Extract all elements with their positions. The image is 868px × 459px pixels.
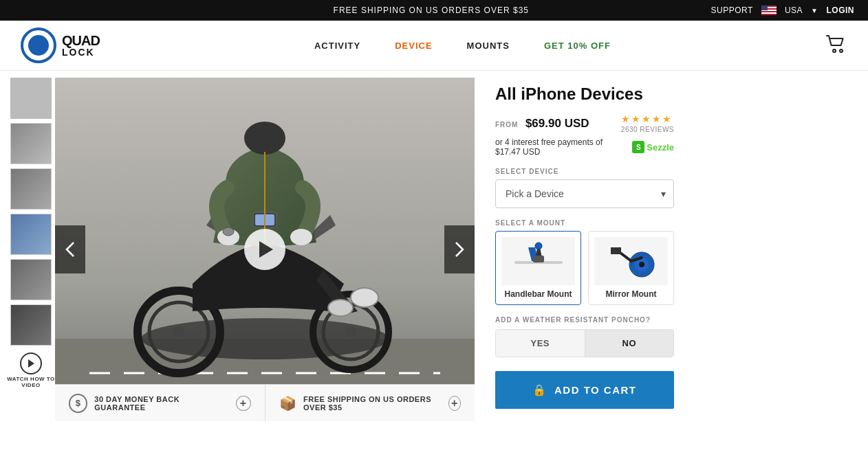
shipping-text: FREE SHIPPING ON US ORDERS OVER $35 xyxy=(303,395,442,412)
logo-lock: LOCK xyxy=(62,47,100,57)
svg-rect-3 xyxy=(761,11,777,12)
mount-card-mirror[interactable]: Mirror Mount xyxy=(588,231,674,305)
svg-point-20 xyxy=(328,300,353,316)
region-label[interactable]: USA xyxy=(785,5,803,15)
nav-mounts[interactable]: MOUNTS xyxy=(467,41,510,51)
main-nav: ACTIVITY DEVICE MOUNTS GET 10% OFF xyxy=(100,41,825,51)
select-mount-section: SELECT A MOUNT Handlebar Mount xyxy=(495,219,674,305)
nav-activity[interactable]: ACTIVITY xyxy=(314,41,360,51)
star-5: ★ xyxy=(662,113,671,124)
device-select-wrapper: Pick a Device ▾ xyxy=(495,179,674,208)
logo[interactable]: QUAD LOCK xyxy=(21,27,100,63)
shipping-expand-button[interactable]: + xyxy=(448,396,461,411)
shipping-box-icon: 📦 xyxy=(279,395,297,412)
payment-text: or 4 interest free payments of $17.47 US… xyxy=(495,137,625,157)
payment-row: or 4 interest free payments of $17.47 US… xyxy=(495,137,674,157)
shipping-section: 📦 FREE SHIPPING ON US ORDERS OVER $35 + xyxy=(265,385,475,421)
svg-point-15 xyxy=(345,326,356,337)
thumbnail-5[interactable] xyxy=(10,304,52,346)
svg-point-27 xyxy=(223,227,234,236)
guarantee-expand-button[interactable]: + xyxy=(236,396,250,411)
from-label: FROM xyxy=(495,121,518,128)
handlebar-mount-svg xyxy=(511,240,566,282)
handlebar-mount-image xyxy=(501,237,575,285)
svg-point-29 xyxy=(535,243,542,249)
sezzle-icon: S xyxy=(632,141,644,153)
poncho-yes-button[interactable]: YES xyxy=(496,330,585,357)
thumbnail-4[interactable] xyxy=(10,259,52,300)
logo-circle xyxy=(21,27,56,63)
thumbnails-panel: WATCH HOW TO VIDEO xyxy=(0,78,55,421)
flag-icon xyxy=(761,5,777,15)
price-row: FROM $69.90 USD ★ ★ ★ ★ ★ 2630 REVIEWS xyxy=(495,113,674,133)
svg-point-7 xyxy=(840,49,843,52)
star-2: ★ xyxy=(631,113,640,124)
nav-device[interactable]: DEVICE xyxy=(395,41,432,51)
poncho-no-button[interactable]: NO xyxy=(585,330,674,357)
svg-marker-8 xyxy=(28,359,34,368)
guarantee-text: 30 DAY MONEY BACK GUARANTEE xyxy=(94,395,229,412)
play-button[interactable] xyxy=(244,229,285,270)
poncho-label: ADD A WEATHER RESISTANT PONCHO? xyxy=(495,316,674,324)
mirror-mount-image xyxy=(594,237,668,285)
mount-card-handlebar[interactable]: Handlebar Mount xyxy=(495,231,581,305)
logo-inner xyxy=(28,35,49,56)
play-circle-icon xyxy=(20,352,42,374)
thumbnail-2[interactable] xyxy=(10,168,52,210)
svg-point-18 xyxy=(173,326,184,337)
svg-point-34 xyxy=(639,262,644,267)
mount-grid: Handlebar Mount xyxy=(495,231,674,305)
main-container: WATCH HOW TO VIDEO xyxy=(0,71,868,428)
price-section: FROM $69.90 USD xyxy=(495,117,589,131)
svg-point-12 xyxy=(141,318,389,359)
stars: ★ ★ ★ ★ ★ xyxy=(621,113,674,124)
cart-button[interactable] xyxy=(825,33,847,58)
lock-icon: 🔒 xyxy=(532,383,547,396)
poncho-options: YES NO xyxy=(495,329,674,357)
poncho-section: ADD A WEATHER RESISTANT PONCHO? YES NO xyxy=(495,316,674,357)
svg-point-22 xyxy=(290,229,312,245)
product-image: $ 30 DAY MONEY BACK GUARANTEE + 📦 FREE S… xyxy=(55,78,475,421)
watch-video-button[interactable]: WATCH HOW TO VIDEO xyxy=(7,352,55,388)
select-device-label: SELECT DEVICE xyxy=(495,168,674,175)
svg-rect-4 xyxy=(761,14,777,15)
select-mount-label: SELECT A MOUNT xyxy=(495,219,674,227)
guarantee-section: $ 30 DAY MONEY BACK GUARANTEE + xyxy=(55,385,265,421)
select-device-section: SELECT DEVICE Pick a Device ▾ xyxy=(495,168,674,208)
next-arrow-button[interactable] xyxy=(444,225,475,273)
watch-video-label: WATCH HOW TO VIDEO xyxy=(7,376,55,388)
banner-text: FREE SHIPPING ON US ORDERS OVER $35 xyxy=(151,5,711,15)
header: QUAD LOCK ACTIVITY DEVICE MOUNTS GET 10%… xyxy=(0,21,868,71)
login-link[interactable]: LOGIN xyxy=(827,5,855,15)
prev-arrow-button[interactable] xyxy=(55,225,85,273)
mirror-mount-label: Mirror Mount xyxy=(594,289,668,299)
rating-section: ★ ★ ★ ★ ★ 2630 REVIEWS xyxy=(621,113,674,133)
star-1: ★ xyxy=(621,113,630,124)
logo-quad: QUAD xyxy=(62,34,100,47)
thumb-top-partial[interactable] xyxy=(10,78,52,119)
logo-text: QUAD LOCK xyxy=(62,34,100,57)
svg-rect-30 xyxy=(533,256,544,262)
nav-discount[interactable]: GET 10% OFF xyxy=(544,41,611,51)
svg-rect-5 xyxy=(761,5,768,10)
support-link[interactable]: SUPPORT xyxy=(711,5,753,15)
mirror-mount-svg xyxy=(604,240,659,282)
thumbnail-3[interactable] xyxy=(10,214,52,255)
handlebar-mount-label: Handlebar Mount xyxy=(501,289,575,299)
product-bottom-bar: $ 30 DAY MONEY BACK GUARANTEE + 📦 FREE S… xyxy=(55,384,475,421)
thumbnail-1[interactable] xyxy=(10,123,52,164)
price-value: $69.90 USD xyxy=(525,117,589,130)
add-to-cart-button[interactable]: 🔒 ADD TO CART xyxy=(495,371,674,409)
star-3: ★ xyxy=(642,113,651,124)
sezzle-label: Sezzle xyxy=(647,142,674,153)
add-to-cart-label: ADD TO CART xyxy=(554,384,637,396)
device-select[interactable]: Pick a Device xyxy=(495,179,674,208)
sezzle-logo: S Sezzle xyxy=(632,141,674,153)
star-4: ★ xyxy=(652,113,661,124)
reviews-count: 2630 REVIEWS xyxy=(621,126,674,133)
product-image-container: $ 30 DAY MONEY BACK GUARANTEE + 📦 FREE S… xyxy=(55,78,475,421)
product-title: All iPhone Devices xyxy=(495,85,674,104)
product-details-panel: All iPhone Devices FROM $69.90 USD ★ ★ ★… xyxy=(481,78,688,421)
svg-point-25 xyxy=(244,122,285,155)
svg-point-19 xyxy=(351,288,378,307)
